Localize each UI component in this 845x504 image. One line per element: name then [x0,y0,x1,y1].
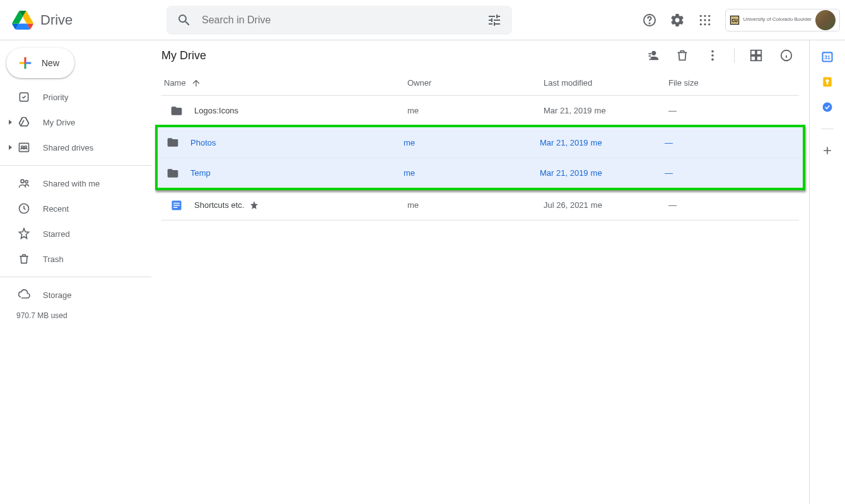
file-size: — [665,168,803,178]
details-icon[interactable] [774,43,799,68]
column-modified[interactable]: Last modified [544,78,668,88]
table-header: Name Owner Last modified File size [161,71,799,96]
svg-point-22 [711,59,714,61]
svg-rect-38 [827,83,829,84]
svg-point-2 [699,14,701,16]
svg-point-9 [704,23,706,25]
tasks-app-icon[interactable] [821,101,834,113]
folder-icon [166,136,179,149]
main: New Priority My Drive Shared drives Shar [0,40,845,504]
svg-rect-14 [20,143,29,151]
svg-rect-31 [173,202,180,203]
column-size[interactable]: File size [668,78,799,88]
calendar-app-icon[interactable]: 31 [821,50,834,63]
expand-arrow-icon[interactable] [5,144,16,151]
sidebar-item-priority[interactable]: Priority [0,84,151,110]
org-chip[interactable]: CU University of Colorado Boulder [725,9,841,32]
file-modified-date: Mar 21, 2019 [544,106,592,115]
file-owner: me [407,200,544,210]
folder-icon [166,167,179,180]
sidebar-item-storage[interactable]: Storage [0,282,151,307]
svg-point-5 [699,19,701,21]
doc-icon [170,199,183,212]
search-options-icon[interactable] [482,8,507,33]
file-modified-date: Mar 21, 2019 [540,168,588,178]
logo-area: Drive [10,8,161,33]
delete-icon[interactable] [670,43,695,68]
svg-point-39 [823,103,832,112]
svg-rect-32 [173,205,180,206]
svg-point-4 [708,14,710,16]
folder-icon [170,105,183,117]
sidebar-item-label: Shared drives [43,143,93,152]
sidebar-item-recent[interactable]: Recent [0,196,151,221]
file-size: — [668,106,799,115]
search-icon[interactable] [172,8,197,33]
svg-text:CU: CU [731,18,738,22]
org-name: University of Colorado Boulder [743,17,812,23]
shared-with-me-icon [16,176,32,191]
trash-icon [16,251,32,266]
svg-text:31: 31 [824,54,830,60]
sidebar-item-my-drive[interactable]: My Drive [0,110,151,135]
content: My Drive Name Owner Last modified [151,40,810,504]
file-name: Logos:Icons [194,106,238,115]
svg-rect-33 [173,207,178,208]
sidebar-item-shared-drives[interactable]: Shared drives [0,135,151,160]
svg-rect-25 [751,56,755,60]
header-right: CU University of Colorado Boulder [637,8,841,33]
file-size: — [665,138,803,147]
page-title: My Drive [161,49,206,62]
column-name[interactable]: Name [161,78,407,88]
right-panel: 31 [810,40,845,504]
new-button-label: New [42,58,59,68]
support-icon[interactable] [637,8,662,33]
table-row[interactable]: Temp me Mar 21, 2019me — [158,158,803,188]
org-logo-icon: CU [730,15,740,25]
table-row[interactable]: Photos me Mar 21, 2019me — [158,127,803,158]
priority-icon [16,89,32,105]
drive-logo-icon[interactable] [10,8,35,33]
svg-rect-23 [751,50,755,55]
sidebar-item-label: My Drive [43,118,75,127]
sidebar-item-starred[interactable]: Starred [0,221,151,246]
table-row[interactable]: Shortcuts etc. me Jul 26, 2021me — [161,190,799,220]
avatar[interactable] [815,10,836,30]
column-owner[interactable]: Owner [407,78,544,88]
grid-view-icon[interactable] [743,43,769,68]
svg-point-20 [711,50,714,53]
header: Drive CU University of Colorado Boulder [0,0,845,40]
file-modified-date: Mar 21, 2019 [540,138,588,147]
search-bar [166,6,512,35]
search-input[interactable] [197,14,482,26]
more-icon[interactable] [700,43,725,68]
svg-point-15 [21,146,23,148]
svg-rect-24 [757,50,761,55]
file-owner: me [404,138,540,147]
sidebar-item-label: Shared with me [43,179,100,188]
apps-icon[interactable] [692,8,718,33]
svg-point-17 [21,180,24,183]
sidebar-item-shared-with-me[interactable]: Shared with me [0,171,151,196]
file-modified-by: me [591,168,602,178]
storage-icon [16,287,32,302]
sidebar-item-label: Starred [43,229,70,239]
app-name: Drive [40,12,73,28]
share-icon[interactable] [639,43,665,68]
sidebar-item-trash[interactable]: Trash [0,246,151,272]
plus-icon [16,54,34,72]
add-app-icon[interactable] [821,144,834,157]
file-name: Photos [190,138,216,147]
settings-icon[interactable] [665,8,690,33]
sidebar-item-label: Recent [43,204,69,214]
svg-point-10 [708,23,710,25]
file-modified-by: me [591,200,602,210]
expand-arrow-icon[interactable] [5,119,16,125]
file-modified-by: me [595,106,606,115]
content-header: My Drive [151,40,809,71]
table-row[interactable]: Logos:Icons me Mar 21, 2019me — [161,96,799,126]
new-button[interactable]: New [6,48,74,78]
shared-drives-icon [16,140,32,155]
keep-app-icon[interactable] [821,76,834,88]
svg-point-37 [826,79,829,83]
